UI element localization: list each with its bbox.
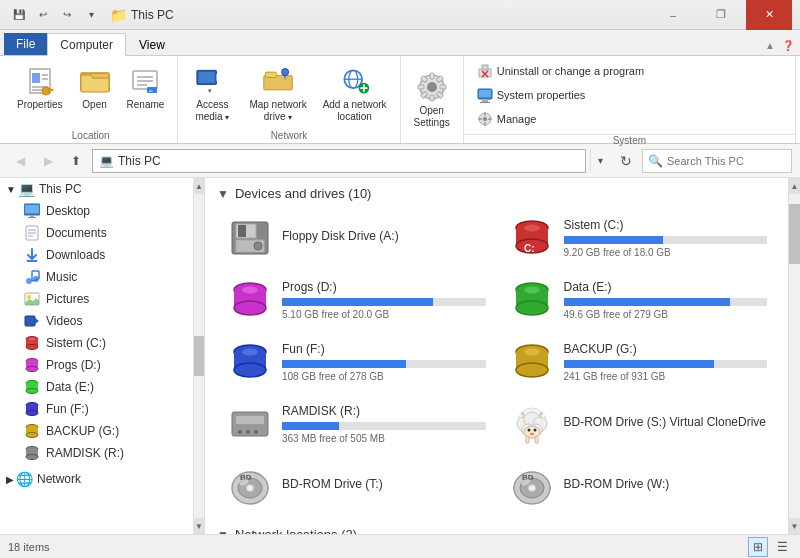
quick-undo-button[interactable]: ↩ [32,4,54,26]
properties-button[interactable]: Properties [10,60,70,128]
content-scroll-down-button[interactable]: ▼ [789,518,800,534]
ribbon-collapse-button[interactable]: ▲ [762,37,778,53]
sidebar-item-progs-d[interactable]: Progs (D:) [0,354,193,376]
backup-g-label: BACKUP (G:) [46,424,119,438]
address-path[interactable]: 💻 This PC [92,149,586,173]
devices-toggle[interactable]: ▼ [217,187,229,201]
refresh-button[interactable]: ↻ [614,149,638,173]
device-bd-rom-w[interactable]: BD BD-ROM Drive (W:) [499,457,777,515]
system-properties-item[interactable]: System properties [472,84,787,106]
network-sidebar-icon: 🌐 [16,471,33,487]
sidebar-item-data-e[interactable]: Data (E:) [0,376,193,398]
floppy-name: Floppy Disk Drive (A:) [282,229,486,243]
rename-button[interactable]: ✏ Rename [120,60,172,128]
bd-rom-w-info: BD-ROM Drive (W:) [564,477,768,495]
content-scroll-thumb[interactable] [789,204,800,264]
sidebar-item-downloads[interactable]: Downloads [0,244,193,266]
tab-computer[interactable]: Computer [47,33,126,56]
network-locations-toggle[interactable]: ▼ [217,528,229,535]
item-count: 18 items [8,541,50,553]
device-progs-d[interactable]: Progs (D:) 5.10 GB free of 20.0 GB [217,271,495,329]
uninstall-item[interactable]: Uninstall or change a program [472,60,787,82]
ribbon-group-network: ▾ Accessmedia ▾ Map networkdrive ▾ [178,56,400,143]
properties-icon [24,65,56,97]
devices-section-header: ▼ Devices and drives (10) [217,186,776,201]
content-scrollbar: ▲ ▼ [788,178,800,534]
device-vcd-s[interactable]: BD-ROM Drive (S:) Virtual CloneDrive [499,395,777,453]
quick-save-button[interactable]: 💾 [8,4,30,26]
backup-g-bar-bg [564,360,768,368]
sidebar-item-backup-g[interactable]: BACKUP (G:) [0,420,193,442]
search-input[interactable] [642,149,792,173]
sidebar-item-network[interactable]: ▶ 🌐 Network [0,468,193,490]
ramdisk-r-name: RAMDISK (R:) [282,404,486,418]
add-network-location-button[interactable]: Add a networklocation [316,60,394,128]
backup-g-icon [24,423,40,439]
device-fun-f[interactable]: Fun (F:) 108 GB free of 278 GB [217,333,495,391]
open-button[interactable]: Open [72,60,118,128]
svg-rect-16 [199,72,215,83]
up-button[interactable]: ⬆ [64,149,88,173]
uninstall-icon [477,63,493,79]
map-network-drive-button[interactable]: Map networkdrive ▾ [242,60,313,128]
maximize-button[interactable]: ❐ [698,0,744,30]
ribbon-help-button[interactable]: ❓ [780,37,796,53]
sidebar-scroll-down-button[interactable]: ▼ [194,518,204,534]
device-floppy[interactable]: Floppy Disk Drive (A:) [217,209,495,267]
sidebar-item-ramdisk-r[interactable]: RAMDISK (R:) [0,442,193,464]
bd-rom-t-info: BD-ROM Drive (T:) [282,477,486,495]
sidebar-scroll-thumb[interactable] [194,336,204,376]
ramdisk-r-label: RAMDISK (R:) [46,446,124,460]
device-bd-rom-t[interactable]: BD BD-ROM Drive (T:) [217,457,495,515]
forward-button[interactable]: ▶ [36,149,60,173]
data-e-bar-bg [564,298,768,306]
address-pc-icon: 💻 [99,154,114,168]
address-dropdown-button[interactable]: ▾ [590,149,610,173]
view-details-button[interactable]: ☰ [772,537,792,557]
sidebar-item-fun-f[interactable]: Fun (F:) [0,398,193,420]
manage-item[interactable]: Manage [472,108,787,130]
fun-f-name: Fun (F:) [282,342,486,356]
sidebar-item-documents[interactable]: Documents [0,222,193,244]
view-icons-button[interactable]: ⊞ [748,537,768,557]
access-media-button[interactable]: ▾ Accessmedia ▾ [184,60,240,128]
tab-view[interactable]: View [126,33,178,55]
minimize-button[interactable]: – [650,0,696,30]
quick-redo-button[interactable]: ↪ [56,4,78,26]
device-backup-g[interactable]: BACKUP (G:) 241 GB free of 931 GB [499,333,777,391]
access-media-icon: ▾ [196,65,228,97]
svg-point-129 [527,429,530,432]
tab-file[interactable]: File [4,33,47,55]
quick-dropdown-button[interactable]: ▾ [80,4,102,26]
svg-rect-33 [418,85,424,89]
window-icon: 📁 [110,7,127,23]
documents-icon [24,225,40,241]
open-settings-label: OpenSettings [414,105,450,129]
device-ramdisk-r[interactable]: RAMDISK (R:) 363 MB free of 505 MB [217,395,495,453]
open-settings-button[interactable]: OpenSettings [407,66,457,134]
map-network-drive-icon [262,65,294,97]
location-group-label: Location [72,128,110,141]
sidebar-item-videos[interactable]: Videos [0,310,193,332]
videos-label: Videos [46,314,82,328]
svg-point-115 [516,363,548,377]
status-bar-right: ⊞ ☰ [748,537,792,557]
downloads-label: Downloads [46,248,105,262]
sidebar-item-music[interactable]: Music [0,266,193,288]
svg-point-120 [246,430,250,434]
music-label: Music [46,270,77,284]
content-scroll-up-button[interactable]: ▲ [789,178,800,194]
device-data-e[interactable]: Data (E:) 49.6 GB free of 279 GB [499,271,777,329]
device-sistem-c[interactable]: C: Sistem (C:) 9.20 GB free of 18.0 GB [499,209,777,267]
back-button[interactable]: ◀ [8,149,32,173]
content-scroll[interactable]: ▼ Devices and drives (10) [205,178,788,534]
sistem-c-label: Sistem (C:) [46,336,106,350]
close-button[interactable]: ✕ [746,0,792,30]
sidebar-item-pictures[interactable]: Pictures [0,288,193,310]
sidebar-item-desktop[interactable]: Desktop [0,200,193,222]
sidebar-scroll-up-button[interactable]: ▲ [194,178,204,194]
sidebar-item-this-pc[interactable]: ▼ 💻 This PC [0,178,193,200]
svg-rect-93 [238,225,246,237]
sidebar-item-sistem-c[interactable]: Sistem (C:) [0,332,193,354]
ribbon-group-location-buttons: Properties Open [10,60,171,128]
